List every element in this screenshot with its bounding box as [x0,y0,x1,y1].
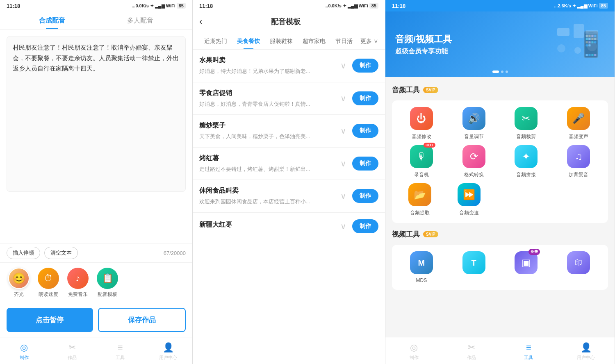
tab-multi[interactable]: 多人配音 [96,11,184,29]
tool-mds[interactable]: M MDS [405,251,438,283]
nav-item-create-1[interactable]: ◎ 制作 [0,341,48,362]
back-button[interactable]: ‹ [199,15,205,29]
expand-icon-5[interactable]: ∨ [340,221,346,231]
make-button-5[interactable]: 制作 [352,219,378,233]
audio-modify-glyph: ⏻ [417,113,426,124]
nav-label-create-1: 制作 [20,355,29,361]
bluetooth-icon-2: ✦ [343,3,346,9]
cat-market[interactable]: 超市家电 [298,34,330,49]
music-icon: ♪ [67,268,89,289]
nav-item-user-1[interactable]: 👤 用户中心 [144,341,192,362]
template-item-5: 新疆大红枣 ∨ 制作 [193,213,385,240]
tools-content: 音频工具 SVIP ⏻ 音频修改 🔊 音量调节 [385,77,615,337]
tool-audio-modify[interactable]: ⏻ 音频修改 [405,107,438,140]
category-tabs: 近期热门 美食餐饮 服装鞋袜 超市家电 节日活 更多 ∨ [193,34,385,50]
nav-item-tools-3[interactable]: ≡ 工具 [500,341,558,362]
status-bar-2: 11:18 ...0.0K/s ✦ ▂▄▆ WiFi 85 [193,0,385,11]
cat-holiday[interactable]: 节日活 [330,34,358,49]
nav-item-works-3[interactable]: ✂ 作品 [443,341,500,362]
template-info-0: 水果叫卖 好消息，特大好消息！兄弟水果为了感谢新老... [199,56,335,75]
banner-text: 音频/视频工具 超级会员专享功能 [395,33,452,56]
signal-icon: ▂▄▆ [155,3,165,9]
clear-text-button[interactable]: 清空文本 [44,247,78,259]
template-info-5: 新疆大红枣 [199,221,335,232]
make-button-4[interactable]: 制作 [352,189,378,203]
voice-name-0: 齐光 [14,291,24,298]
expand-icon-2[interactable]: ∨ [340,126,346,136]
expand-icon-1[interactable]: ∨ [340,93,346,103]
user-icon-1: 👤 [163,342,174,353]
cat-more-button[interactable]: 更多 ∨ [360,38,378,45]
template-title-5: 新疆大红枣 [199,221,335,229]
tool-video-3[interactable]: 免费 ▣ [510,251,542,283]
tool-recorder[interactable]: HOT 🎙 录音机 [405,145,438,178]
svg-point-5 [587,41,597,51]
recorder-label: 录音机 [414,171,429,178]
nav-item-tools-1[interactable]: ≡ 工具 [96,341,144,362]
video-section-title: 视频工具 [392,230,420,239]
nav-item-user-3[interactable]: 👤 用户中心 [557,341,615,362]
bottom-nav-1: ◎ 制作 ✂ 作品 ≡ 工具 👤 用户中心 [0,337,192,364]
audio-row-1: ⏻ 音频修改 🔊 音量调节 ✂ 音频裁剪 [395,107,605,140]
tools-icon-3: ≡ [526,342,531,353]
save-button[interactable]: 保存作品 [98,308,186,332]
volume-label: 音量调节 [464,133,484,140]
voice-template-item[interactable]: 📋 配音模板 [97,268,118,298]
template-title-4: 休闲食品叫卖 [199,187,335,195]
audio-extract-icon: 📂 [408,183,431,206]
voice-music-item[interactable]: ♪ 免费音乐 [67,268,89,298]
svip-badge-video: SVIP [423,231,438,237]
template-item-4: 休闲食品叫卖 欢迎来到园园休闲食品店，本店经营上百种小... ∨ 制作 [193,180,385,213]
speed-icon: ⏱ [38,268,59,289]
status-icons-1: ...0.0K/s ✦ ▂▄▆ WiFi 85 [132,3,186,9]
nav-item-create-3[interactable]: ◎ 制作 [385,341,443,362]
tool-video-2[interactable]: T [458,251,490,283]
battery-2: 85 [369,3,378,9]
make-button-0[interactable]: 制作 [352,59,378,73]
battery-1: 85 [177,3,186,9]
voice-speed-item[interactable]: ⏱ 朗读速度 [38,268,59,298]
cat-recent[interactable]: 近期热门 [199,34,232,49]
bluetooth-icon: ✦ [150,3,154,9]
tool-add-bgm[interactable]: ♫ 加背景音 [562,145,595,178]
expand-icon-4[interactable]: ∨ [340,191,346,201]
template-info-4: 休闲食品叫卖 欢迎来到园园休闲食品店，本店经营上百种小... [199,187,335,206]
cat-clothing[interactable]: 服装鞋袜 [265,34,298,49]
tool-audio-merge[interactable]: ✦ 音频拼接 [510,145,542,178]
video-row-1: M MDS T 免费 ▣ [395,251,605,283]
mds-label: MDS [416,278,427,283]
tool-audio-speed[interactable]: ⏩ 音频变速 [453,183,485,216]
text-input-area[interactable]: 村民朋友注意了！村民朋友注意了！取消举办婚宴、亲友聚会，不要聚餐，不要走亲访友。… [7,36,186,192]
tool-audio-cut[interactable]: ✂ 音频裁剪 [510,107,542,140]
tool-format-convert[interactable]: ⟳ 格式转换 [458,145,490,178]
expand-icon-3[interactable]: ∨ [340,159,346,168]
make-button-3[interactable]: 制作 [352,157,378,171]
dot-3 [506,71,508,73]
make-button-2[interactable]: 制作 [352,124,378,138]
voice-change-glyph: 🎤 [572,113,585,124]
cat-food[interactable]: 美食餐饮 [232,34,265,49]
nav-label-tools-1: 工具 [116,355,125,361]
create-icon-3: ◎ [410,342,418,353]
audio-merge-glyph: ✦ [522,151,530,162]
time-3: 11:18 [392,3,405,9]
nav-item-works-1[interactable]: ✂ 作品 [48,341,96,362]
works-icon-1: ✂ [68,342,76,353]
panel2-title: 配音模板 [205,17,366,27]
tab-synthesis[interactable]: 合成配音 [8,11,96,29]
tool-volume[interactable]: 🔊 音量调节 [458,107,490,140]
voice-avatar-item[interactable]: 😊 齐光 [8,268,30,298]
audio-section-header: 音频工具 SVIP [392,85,608,95]
promo-banner[interactable]: 音频/视频工具 超级会员专享功能 📱 [385,11,615,77]
format-convert-glyph: ⟳ [470,151,478,162]
expand-icon-0[interactable]: ∨ [340,61,346,71]
tool-video-4[interactable]: 印 [562,251,595,283]
dot-1 [492,71,499,73]
video-2-glyph: T [472,258,476,268]
make-button-1[interactable]: 制作 [352,91,378,105]
tool-voice-change[interactable]: 🎤 音频变声 [562,107,595,140]
pause-button[interactable]: 点击暂停 [7,308,93,332]
tool-audio-extract[interactable]: 📂 音频提取 [403,183,436,216]
insert-pause-button[interactable]: 插入停顿 [7,247,40,259]
video-2-icon: T [462,251,485,274]
